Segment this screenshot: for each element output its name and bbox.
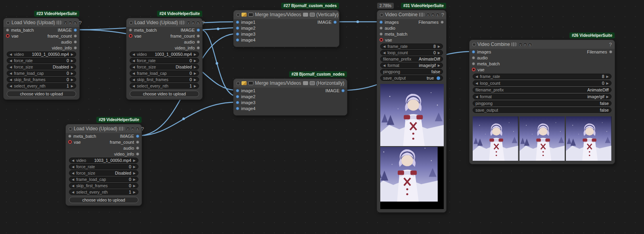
decrement-arrow-icon[interactable]: ◀	[132, 72, 135, 75]
decrement-arrow-icon[interactable]: ◀	[10, 72, 12, 75]
widget-force-size[interactable]: ◀force_sizeDisabled▶	[69, 170, 138, 176]
collapse-dot-icon[interactable]	[472, 43, 476, 46]
decrement-arrow-icon[interactable]: ◀	[132, 84, 135, 88]
widget-frame-load-cap[interactable]: ◀frame_load_cap0▶	[69, 177, 138, 182]
decrement-arrow-icon[interactable]: ◀	[72, 165, 74, 169]
widget-force-rate[interactable]: ◀force_rate0▶	[130, 58, 199, 63]
slot-dot[interactable]	[74, 46, 77, 49]
node-titlebar[interactable]: Merge Images/Videos (Vertically)	[234, 10, 339, 19]
decrement-arrow-icon[interactable]: ◀	[475, 95, 478, 99]
slot-dot[interactable]	[74, 40, 77, 44]
widget-pingpong[interactable]: pingpongfalse	[380, 69, 443, 74]
node-titlebar[interactable]: Load Video (Upload) V H S ?	[4, 18, 79, 27]
widget-skip-first-frames[interactable]: ◀skip_first_frames0▶	[69, 183, 138, 188]
decrement-arrow-icon[interactable]: ◀	[475, 82, 478, 85]
input-slot-meta-batch[interactable]: meta_batch	[380, 32, 407, 36]
slot-dot[interactable]	[74, 29, 77, 32]
video-preview[interactable]	[470, 114, 615, 164]
video-preview[interactable]	[377, 82, 446, 212]
decrement-arrow-icon[interactable]: ◀	[10, 84, 12, 88]
decrement-arrow-icon[interactable]: ◀	[72, 178, 74, 181]
widget-force-rate[interactable]: ◀force_rate0▶	[69, 164, 138, 169]
output-slot-video-info[interactable]: video_info	[175, 46, 200, 50]
increment-arrow-icon[interactable]: ▶	[71, 65, 73, 69]
output-slot-image[interactable]: IMAGE	[181, 28, 200, 32]
increment-arrow-icon[interactable]: ▶	[194, 72, 196, 75]
input-slot-audio[interactable]: audio	[472, 55, 488, 60]
slot-dot[interactable]	[197, 40, 200, 44]
slot-dot[interactable]	[334, 21, 337, 24]
decrement-arrow-icon[interactable]: ◀	[72, 184, 74, 188]
slot-dot[interactable]	[136, 135, 139, 138]
widget-frame-load-cap[interactable]: ◀frame_load_cap0▶	[130, 70, 199, 76]
widget-select-every-nth[interactable]: ◀select_every_nth1▶	[130, 83, 199, 89]
increment-arrow-icon[interactable]: ▶	[133, 190, 136, 194]
decrement-arrow-icon[interactable]: ◀	[10, 59, 12, 63]
input-slot-vae[interactable]: vae	[68, 140, 81, 145]
decrement-arrow-icon[interactable]: ◀	[475, 75, 478, 78]
widget-format[interactable]: ◀formatimage/gif▶	[380, 63, 443, 68]
slot-dot[interactable]	[380, 38, 383, 42]
widget-loop-count[interactable]: ◀loop_count0▶	[380, 50, 443, 55]
slot-dot[interactable]	[197, 29, 200, 32]
help-icon[interactable]: ?	[609, 42, 612, 48]
widget-frame-load-cap[interactable]: ◀frame_load_cap0▶	[7, 70, 76, 76]
output-slot-video-info[interactable]: video_info	[52, 46, 77, 50]
input-slot-image3[interactable]: image3	[236, 100, 255, 105]
slot-dot[interactable]	[68, 135, 71, 138]
input-slot-vae[interactable]: vae	[129, 34, 142, 38]
choose-video-button[interactable]: choose video to upload	[69, 197, 138, 203]
slot-dot[interactable]	[136, 146, 139, 150]
slot-dot[interactable]	[136, 152, 139, 156]
slot-dot[interactable]	[472, 56, 475, 59]
increment-arrow-icon[interactable]: ▶	[194, 84, 196, 88]
node-titlebar[interactable]: Video Combine V H S ?	[377, 10, 446, 19]
slot-dot[interactable]	[6, 34, 10, 38]
increment-arrow-icon[interactable]: ▶	[133, 178, 136, 181]
node-graph-canvas[interactable]: #23 VideoHelperSuite Load Video (Upload)…	[0, 0, 644, 234]
node-merge-vertically[interactable]: #27 Bjornulf_custom_nodes Merge Images/V…	[233, 10, 339, 47]
node-titlebar[interactable]: Load Video (Upload) V H S ?	[126, 18, 202, 27]
increment-arrow-icon[interactable]: ▶	[71, 78, 73, 82]
decrement-arrow-icon[interactable]: ◀	[10, 53, 12, 56]
input-slot-meta-batch[interactable]: meta_batch	[472, 61, 500, 66]
decrement-arrow-icon[interactable]: ◀	[10, 65, 12, 69]
output-slot-frame-count[interactable]: frame_count	[48, 34, 77, 38]
output-slot-image[interactable]: IMAGE	[58, 28, 77, 32]
increment-arrow-icon[interactable]: ▶	[606, 75, 609, 78]
decrement-arrow-icon[interactable]: ◀	[132, 78, 135, 82]
output-slot-filenames[interactable]: Filenames	[587, 49, 612, 54]
slot-dot[interactable]	[236, 21, 239, 24]
node-titlebar[interactable]: Merge Images/Videos (Horizontally)	[234, 79, 347, 88]
input-slot-meta-batch[interactable]: meta_batch	[6, 28, 34, 32]
increment-arrow-icon[interactable]: ▶	[194, 53, 196, 56]
input-slot-vae[interactable]: vae	[472, 67, 485, 72]
increment-arrow-icon[interactable]: ▶	[133, 171, 136, 175]
widget-video[interactable]: ◀video1003_1_00050.mp4▶	[130, 51, 199, 57]
decrement-arrow-icon[interactable]: ◀	[72, 190, 74, 194]
increment-arrow-icon[interactable]: ▶	[133, 159, 136, 162]
widget-format[interactable]: ◀formatimage/gif▶	[473, 94, 611, 99]
decrement-arrow-icon[interactable]: ◀	[383, 51, 385, 55]
widget-force-rate[interactable]: ◀force_rate0▶	[7, 58, 76, 63]
help-icon[interactable]: ?	[202, 20, 205, 26]
increment-arrow-icon[interactable]: ▶	[133, 184, 136, 188]
collapse-dot-icon[interactable]	[236, 13, 240, 17]
choose-video-button[interactable]: choose video to upload	[130, 91, 199, 97]
increment-arrow-icon[interactable]: ▶	[71, 72, 73, 75]
slot-dot[interactable]	[136, 141, 139, 144]
output-slot-image[interactable]: IMAGE	[120, 134, 139, 139]
input-slot-meta-batch[interactable]: meta_batch	[129, 28, 157, 32]
node-video-combine-26[interactable]: #26 VideoHelperSuite Video Combine V H S…	[469, 40, 615, 164]
input-slot-image2[interactable]: image2	[236, 26, 255, 30]
collapse-dot-icon[interactable]	[69, 127, 72, 131]
increment-arrow-icon[interactable]: ▶	[438, 45, 440, 48]
collapse-dot-icon[interactable]	[129, 21, 133, 25]
help-icon[interactable]: ?	[79, 20, 82, 26]
toggle-on-icon[interactable]	[437, 76, 440, 80]
widget-skip-first-frames[interactable]: ◀skip_first_frames0▶	[130, 77, 199, 82]
widget-frame-rate[interactable]: ◀frame_rate8▶	[380, 44, 443, 49]
input-slot-image1[interactable]: image1	[236, 88, 255, 93]
slot-dot[interactable]	[197, 34, 200, 38]
widget-save-output[interactable]: save_outputtrue	[380, 75, 443, 81]
